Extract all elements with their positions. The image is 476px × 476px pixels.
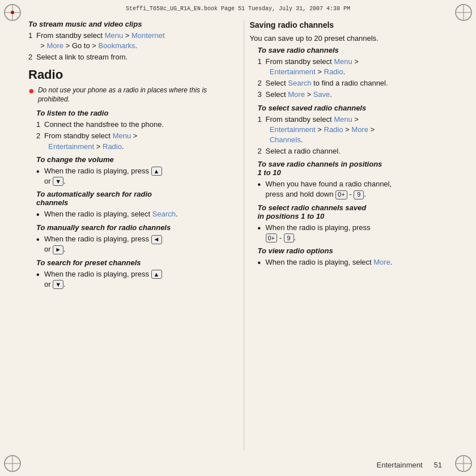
listen-section: To listen to the radio 1 Connect the han… — [28, 109, 227, 152]
volume-title: To change the volume — [28, 155, 227, 164]
warning-note: ● Do not use your phone as a radio in pl… — [28, 86, 227, 105]
save-positions-title: To save radio channels in positions1 to … — [250, 160, 448, 177]
warning-text: Do not use your phone as a radio in plac… — [38, 86, 227, 105]
select-positions-bullets: • When the radio is playing, press0+ - 9… — [250, 223, 448, 243]
view-options-section: To view radio options • When the radio i… — [250, 246, 448, 268]
footer-content: Entertainment 51 — [377, 461, 442, 469]
select-saved-steps: 1 From standby select Menu > Entertainme… — [250, 114, 448, 157]
save-positions-bullets: • When you have found a radio channel,pr… — [250, 179, 448, 199]
save-positions-bullet-1: • When you have found a radio channel,pr… — [258, 179, 448, 199]
select-positions-section: To select radio channels savedin positio… — [250, 203, 448, 243]
select-saved-title: To select saved radio channels — [250, 104, 448, 112]
volume-bullet-1: • When the radio is playing, press ▲or ▼… — [36, 166, 227, 186]
main-content: To stream music and video clips 1 From s… — [28, 20, 448, 450]
preset-search-title: To search for preset channels — [28, 258, 227, 267]
select-positions-title: To select radio channels savedin positio… — [250, 203, 448, 220]
preset-search-section: To search for preset channels • When the… — [28, 258, 227, 290]
save-step-3: 3 Select More > Save. — [258, 90, 448, 100]
listen-steps: 1 Connect the handsfree to the phone. 2 … — [28, 120, 227, 152]
select-saved-step-1: 1 From standby select Menu > Entertainme… — [258, 114, 448, 146]
listen-title: To listen to the radio — [28, 109, 227, 117]
save-channels-steps: 1 From standby select Menu > Entertainme… — [250, 57, 448, 100]
saving-desc: You can save up to 20 preset channels. — [250, 33, 448, 44]
auto-search-bullets: • When the radio is playing, select Sear… — [28, 209, 227, 220]
stream-steps: 1 From standby select Menu > Monternet >… — [28, 31, 227, 63]
save-step-1: 1 From standby select Menu > Entertainme… — [258, 57, 448, 77]
preset-search-bullets: • When the radio is playing, press ▲or ▼… — [28, 269, 227, 290]
preset-up-key: ▲ — [151, 270, 162, 279]
page-header: Steffi_T658c_UG_R1A_EN.book Page 51 Tues… — [0, 0, 476, 17]
listen-step-2: 2 From standby select Menu > Entertainme… — [36, 131, 227, 151]
auto-search-title: To automatically search for radiochannel… — [28, 190, 227, 207]
select-saved-section: To select saved radio channels 1 From st… — [250, 104, 448, 157]
save-step-2: 2 Select Search to find a radio channel. — [258, 78, 448, 88]
auto-search-bullet-1: • When the radio is playing, select Sear… — [36, 209, 227, 220]
radio-heading: Radio — [28, 67, 227, 82]
select-positions-bullet-1: • When the radio is playing, press0+ - 9… — [258, 223, 448, 243]
volume-bullets: • When the radio is playing, press ▲or ▼… — [28, 166, 227, 186]
zero-key: 0+ — [335, 190, 347, 199]
up-key: ▲ — [151, 167, 162, 176]
stream-step-2: 2 Select a link to stream from. — [28, 52, 227, 62]
view-options-bullets: • When the radio is playing, select More… — [250, 257, 448, 268]
manual-search-title: To manually search for radio channels — [28, 223, 227, 232]
page-footer: Entertainment 51 — [0, 453, 476, 476]
auto-search-section: To automatically search for radiochannel… — [28, 190, 227, 220]
header-text: Steffi_T658c_UG_R1A_EN.book Page 51 Tues… — [6, 6, 470, 12]
nine-key: 9 — [354, 190, 364, 199]
listen-step-1: 1 Connect the handsfree to the phone. — [36, 120, 227, 130]
stream-step-1: 1 From standby select Menu > Monternet >… — [28, 31, 227, 51]
stream-title: To stream music and video clips — [28, 20, 227, 28]
zero-key-2: 0+ — [266, 233, 278, 243]
view-options-bullet-1: • When the radio is playing, select More… — [258, 257, 448, 268]
footer-section: Entertainment — [377, 461, 423, 469]
warning-icon: ● — [28, 86, 35, 96]
view-options-title: To view radio options — [250, 246, 448, 255]
manual-search-section: To manually search for radio channels • … — [28, 223, 227, 254]
volume-section: To change the volume • When the radio is… — [28, 155, 227, 186]
nine-key-2: 9 — [284, 233, 294, 243]
manual-search-bullets: • When the radio is playing, press ◄or ►… — [28, 234, 227, 254]
left-column: To stream music and video clips 1 From s… — [28, 20, 232, 450]
save-channels-section: To save radio channels 1 From standby se… — [250, 46, 448, 100]
down-key: ▼ — [53, 177, 63, 186]
right-key: ► — [53, 245, 63, 254]
saving-heading: Saving radio channels — [250, 20, 448, 31]
right-column: Saving radio channels You can save up to… — [244, 20, 448, 450]
footer-page: 51 — [434, 461, 442, 469]
preset-down-key: ▼ — [53, 280, 63, 289]
select-saved-step-2: 2 Select a radio channel. — [258, 146, 448, 156]
save-positions-section: To save radio channels in positions1 to … — [250, 160, 448, 199]
save-channels-title: To save radio channels — [250, 46, 448, 54]
preset-search-bullet-1: • When the radio is playing, press ▲or ▼… — [36, 269, 227, 290]
manual-search-bullet-1: • When the radio is playing, press ◄or ►… — [36, 234, 227, 254]
stream-section: To stream music and video clips 1 From s… — [28, 20, 227, 63]
left-key: ◄ — [151, 235, 162, 244]
page-container: Steffi_T658c_UG_R1A_EN.book Page 51 Tues… — [0, 0, 476, 476]
